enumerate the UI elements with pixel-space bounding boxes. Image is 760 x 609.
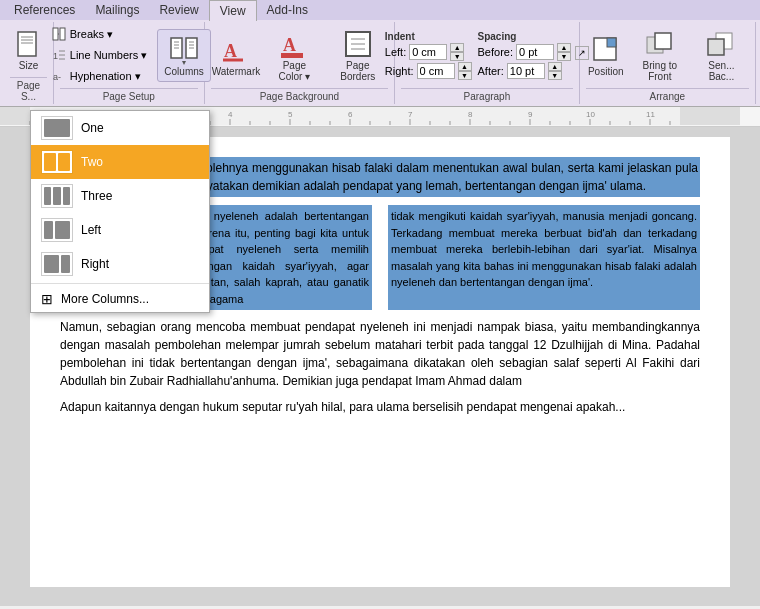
- svg-text:a-: a-: [53, 72, 61, 82]
- left-row: Left: ▲ ▼: [385, 43, 472, 61]
- svg-rect-4: [53, 28, 58, 40]
- more-columns-label: More Columns...: [61, 292, 149, 306]
- indent-label: Indent: [385, 31, 472, 42]
- svg-text:10: 10: [586, 110, 595, 119]
- send-to-back-button[interactable]: Sen... Bac...: [694, 24, 749, 86]
- spacing-col: Spacing Before: ▲ ▼ After:: [478, 31, 571, 80]
- ribbon-content: Size Page S... Breaks ▾: [0, 20, 760, 106]
- right-up-arrow[interactable]: ▲: [458, 62, 472, 71]
- paragraph-label: Paragraph: [401, 88, 572, 102]
- left-up-arrow[interactable]: ▲: [450, 43, 464, 52]
- page-background-label: Page Background: [211, 88, 389, 102]
- after-spinner[interactable]: ▲ ▼: [548, 62, 562, 80]
- menu-item-two-label: Two: [81, 155, 103, 169]
- menu-item-left[interactable]: Left: [31, 213, 209, 247]
- menu-item-more-columns[interactable]: ⊞ More Columns...: [31, 286, 209, 312]
- tab-addins[interactable]: Add-Ins: [257, 0, 318, 20]
- page-bg-items: A Watermark A Page Color ▾: [211, 24, 389, 86]
- hyphenation-label: Hyphenation ▾: [70, 70, 141, 83]
- after-down-arrow[interactable]: ▼: [548, 71, 562, 80]
- menu-item-three[interactable]: Three: [31, 179, 209, 213]
- page-label: Page S...: [10, 77, 47, 102]
- left-col-preview: [41, 218, 73, 242]
- columns-icon: [168, 34, 200, 66]
- menu-item-right[interactable]: Right: [31, 247, 209, 281]
- left-label: Left:: [385, 46, 406, 58]
- svg-text:8: 8: [468, 110, 473, 119]
- position-button[interactable]: Position: [586, 30, 626, 81]
- svg-rect-24: [281, 53, 303, 58]
- breaks-icon: [51, 26, 67, 42]
- columns-button[interactable]: Columns: [157, 29, 210, 82]
- right-input[interactable]: [417, 63, 455, 79]
- right-spinner[interactable]: ▲ ▼: [458, 62, 472, 80]
- before-down-arrow[interactable]: ▼: [557, 52, 571, 61]
- tab-view[interactable]: View: [209, 0, 257, 21]
- position-icon: [590, 34, 622, 66]
- before-spinner[interactable]: ▲ ▼: [557, 43, 571, 61]
- menu-divider: [31, 283, 209, 284]
- after-up-arrow[interactable]: ▲: [548, 62, 562, 71]
- bring-to-front-button[interactable]: Bring to Front: [630, 24, 690, 86]
- columns-items: Breaks ▾ 1 Line Numbers ▾ a- Hyphenation…: [47, 24, 211, 86]
- columns-dropdown: One Two Three Left Right: [30, 110, 210, 313]
- indent-col: Indent Left: ▲ ▼ Right:: [385, 31, 472, 80]
- menu-item-two[interactable]: Two: [31, 145, 209, 179]
- line-numbers-button[interactable]: 1 Line Numbers ▾: [47, 45, 152, 65]
- svg-text:6: 6: [348, 110, 353, 119]
- right-down-arrow[interactable]: ▼: [458, 71, 472, 80]
- menu-item-one[interactable]: One: [31, 111, 209, 145]
- watermark-button[interactable]: A Watermark: [211, 30, 262, 81]
- after-input[interactable]: [507, 63, 545, 79]
- left-down-arrow[interactable]: ▼: [450, 52, 464, 61]
- para-main-text: Namun, sebagian orang mencoba membuat pe…: [60, 320, 700, 388]
- page-color-label: Page Color ▾: [271, 60, 317, 82]
- ribbon: References Mailings Review View Add-Ins …: [0, 0, 760, 107]
- size-icon: [12, 28, 44, 60]
- breaks-button[interactable]: Breaks ▾: [47, 24, 152, 44]
- page-borders-label: Page Borders: [333, 60, 382, 82]
- svg-text:4: 4: [228, 110, 233, 119]
- size-items: Size: [6, 24, 50, 75]
- before-up-arrow[interactable]: ▲: [557, 43, 571, 52]
- size-button[interactable]: Size: [6, 24, 50, 75]
- tab-mailings[interactable]: Mailings: [85, 0, 149, 20]
- send-to-back-icon: [705, 28, 737, 60]
- col2-text: tidak mengikuti kaidah syar'iyyah, manus…: [388, 205, 700, 310]
- position-label: Position: [588, 66, 624, 77]
- indent-spacing-container: Indent Left: ▲ ▼ Right:: [385, 31, 571, 80]
- size-label: Size: [19, 60, 38, 71]
- page-color-button[interactable]: A Page Color ▾: [265, 24, 323, 86]
- svg-rect-0: [18, 32, 36, 56]
- after-label: After:: [478, 65, 504, 77]
- menu-item-left-label: Left: [81, 223, 101, 237]
- menu-item-three-label: Three: [81, 189, 112, 203]
- menu-item-right-label: Right: [81, 257, 109, 271]
- para-footer-text: Adapun kaitannya dengan hukum seputar ru…: [60, 400, 625, 414]
- svg-rect-37: [680, 107, 740, 125]
- send-to-back-label: Sen... Bac...: [700, 60, 743, 82]
- watermark-icon: A: [220, 34, 252, 66]
- hyphenation-icon: a-: [51, 68, 67, 84]
- tab-references[interactable]: References: [4, 0, 85, 20]
- right-col-preview: [41, 252, 73, 276]
- svg-text:7: 7: [408, 110, 413, 119]
- page-color-icon: A: [278, 28, 310, 60]
- svg-rect-34: [708, 39, 724, 55]
- tab-review[interactable]: Review: [149, 0, 208, 20]
- col2-content: tidak mengikuti kaidah syar'iyyah, manus…: [391, 210, 697, 288]
- arrange-items: Position Bring to Front: [586, 24, 749, 86]
- left-spinner[interactable]: ▲ ▼: [450, 43, 464, 61]
- bring-to-front-label: Bring to Front: [636, 60, 684, 82]
- before-input[interactable]: [516, 44, 554, 60]
- svg-marker-20: [182, 61, 186, 65]
- two-col-preview: [41, 150, 73, 174]
- page-borders-icon: [342, 28, 374, 60]
- bring-to-front-icon: [644, 28, 676, 60]
- group-columns: Breaks ▾ 1 Line Numbers ▾ a- Hyphenation…: [54, 22, 205, 104]
- hyphenation-button[interactable]: a- Hyphenation ▾: [47, 66, 152, 86]
- right-row: Right: ▲ ▼: [385, 62, 472, 80]
- page-borders-button[interactable]: Page Borders: [327, 24, 388, 86]
- left-input[interactable]: [409, 44, 447, 60]
- svg-rect-30: [607, 38, 616, 47]
